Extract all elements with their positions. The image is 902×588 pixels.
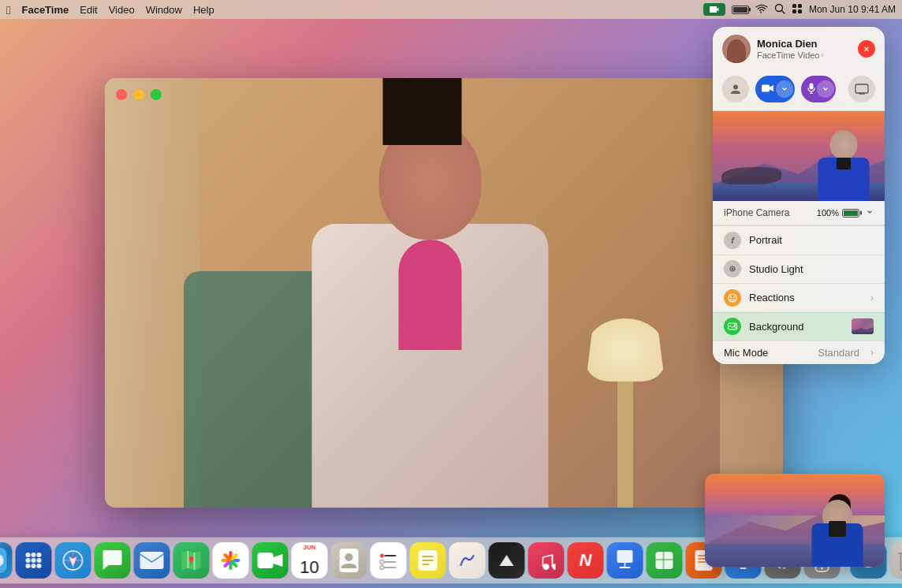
svg-rect-3: [798, 4, 802, 8]
menu-window[interactable]: Window: [146, 4, 182, 16]
reactions-icon: [724, 289, 741, 307]
dock-icon-notes[interactable]: [410, 542, 446, 579]
portrait-icon: f: [724, 232, 741, 249]
search-icon[interactable]: [774, 3, 785, 17]
menubar-right: Mon Jun 10 9:41 AM: [703, 3, 896, 17]
lamp-decoration: [578, 318, 673, 508]
fullscreen-window-button[interactable]: [151, 89, 162, 100]
self-view-person: [806, 488, 869, 567]
main-video-window: [105, 78, 783, 508]
menu-help[interactable]: Help: [193, 4, 214, 16]
self-view-background: [705, 474, 885, 567]
dock-icon-messages[interactable]: [95, 542, 131, 579]
dock-icon-reminders[interactable]: [371, 542, 407, 579]
svg-point-74: [821, 568, 823, 570]
svg-point-33: [32, 564, 36, 568]
iphone-battery: 100%: [817, 208, 874, 218]
svg-point-18: [733, 296, 735, 298]
preview-person: [814, 126, 873, 201]
dock-icon-finder[interactable]: [0, 542, 13, 579]
dock-icon-music[interactable]: [528, 542, 565, 579]
dock-icon-photos[interactable]: [213, 542, 249, 579]
control-center-icon[interactable]: [792, 3, 803, 17]
svg-point-50: [380, 560, 384, 564]
background-menu-item[interactable]: Background: [713, 312, 885, 341]
svg-point-48: [380, 554, 384, 558]
call-control-panel: Monica Dien FaceTime Video › ×: [713, 27, 885, 364]
dock-icon-launchpad[interactable]: [16, 542, 52, 579]
menubar-left:  FaceTime Edit Video Window Help: [6, 3, 214, 17]
svg-point-32: [26, 564, 31, 568]
dock-icon-facetime[interactable]: [252, 542, 289, 579]
dock-icon-appletv[interactable]: [489, 542, 525, 579]
portrait-menu-item[interactable]: f Portrait: [713, 226, 885, 255]
panel-header: Monica Dien FaceTime Video › ×: [713, 27, 885, 71]
svg-point-29: [26, 558, 31, 563]
dock-icon-contacts[interactable]: [331, 542, 367, 579]
menu-video[interactable]: Video: [109, 4, 135, 16]
video-menu-chevron[interactable]: [776, 80, 793, 98]
svg-point-34: [37, 564, 42, 568]
close-call-button[interactable]: ×: [858, 40, 875, 58]
svg-rect-42: [258, 553, 274, 568]
dock-icon-calendar[interactable]: JUN 10: [292, 542, 328, 579]
studio-light-menu-item[interactable]: Studio Light: [713, 255, 885, 283]
svg-line-1: [781, 10, 785, 13]
calendar-date-label: 10: [300, 559, 319, 576]
svg-marker-58: [500, 555, 514, 566]
calendar-month-label: JUN: [303, 545, 315, 551]
dock-icon-mail[interactable]: [134, 542, 170, 579]
mic-toggle-button[interactable]: [801, 76, 836, 102]
reactions-menu-item[interactable]: Reactions ›: [713, 284, 885, 312]
svg-point-17: [730, 296, 732, 298]
app-name[interactable]: FaceTime: [21, 4, 69, 16]
camera-label: iPhone Camera: [724, 207, 817, 218]
studio-light-icon: [724, 260, 741, 277]
svg-rect-7: [762, 85, 770, 92]
studio-light-label: Studio Light: [749, 263, 874, 275]
svg-point-44: [345, 553, 353, 561]
call-type[interactable]: FaceTime Video ›: [757, 50, 852, 60]
dock-icon-keynote[interactable]: [607, 542, 643, 579]
mic-mode-chevron: ›: [870, 347, 874, 358]
wifi-icon: [755, 4, 768, 16]
call-controls: [713, 71, 885, 111]
clock: Mon Jun 10 9:41 AM: [809, 4, 896, 15]
reactions-label: Reactions: [749, 292, 863, 303]
svg-point-28: [37, 553, 42, 557]
dock-icon-news[interactable]: N: [568, 542, 604, 579]
close-window-button[interactable]: [116, 89, 127, 100]
svg-rect-4: [792, 9, 796, 13]
dock-icon-freeform[interactable]: [449, 542, 486, 579]
dock-icon-trash[interactable]: [890, 542, 903, 579]
svg-rect-40: [140, 552, 164, 569]
contact-avatar: [722, 35, 751, 63]
svg-rect-64: [656, 552, 673, 569]
menu-edit[interactable]: Edit: [80, 4, 97, 16]
svg-rect-8: [810, 83, 814, 89]
svg-point-15: [732, 268, 734, 270]
svg-point-30: [32, 558, 36, 563]
person-button[interactable]: [722, 76, 749, 102]
expand-camera-button[interactable]: [866, 208, 874, 218]
menubar:  FaceTime Edit Video Window Help: [0, 0, 902, 19]
svg-rect-5: [798, 9, 802, 13]
mic-mode-menu-item[interactable]: Mic Mode Standard ›: [713, 341, 885, 364]
battery-status: [732, 6, 749, 14]
svg-point-20: [734, 324, 736, 326]
dock-icon-numbers[interactable]: [647, 542, 683, 579]
camera-source-row: iPhone Camera 100%: [713, 201, 885, 225]
svg-rect-11: [855, 84, 868, 93]
svg-point-6: [733, 85, 738, 90]
video-toggle-button[interactable]: [755, 76, 795, 102]
apple-menu[interactable]: : [6, 3, 10, 17]
dock-icon-maps[interactable]: [173, 542, 210, 579]
mic-menu-chevron[interactable]: [817, 80, 834, 98]
background-icon: [724, 318, 741, 335]
minimize-window-button[interactable]: [133, 89, 144, 100]
video-background: [105, 78, 783, 508]
screen-share-button[interactable]: [848, 76, 875, 102]
dock-icon-safari[interactable]: [55, 542, 91, 579]
window-controls: [116, 89, 162, 100]
mic-mode-label: Mic Mode: [724, 347, 810, 359]
